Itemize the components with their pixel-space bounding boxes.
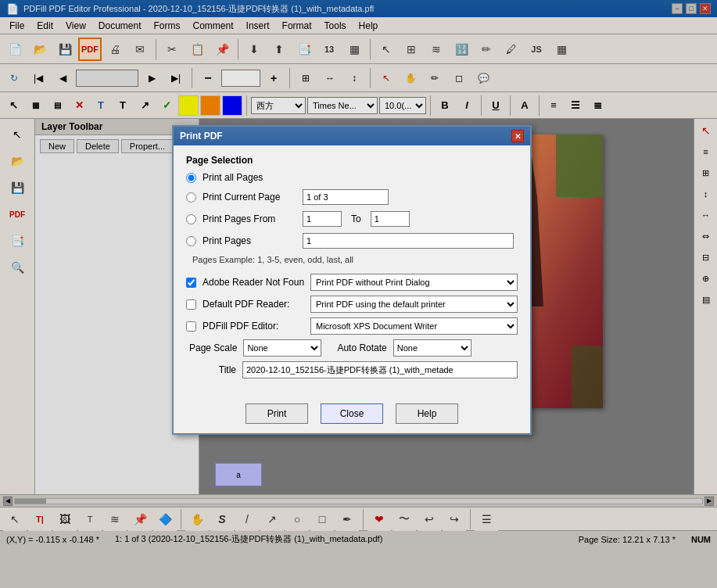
title-label: Title bbox=[189, 364, 236, 375]
print-current-label: Print Current Page bbox=[203, 192, 296, 203]
print-current-row: Print Current Page 1 of 3 bbox=[186, 189, 518, 205]
default-pdf-row: Default PDF Reader: Print PDF using the … bbox=[186, 296, 518, 313]
page-scale-label: Page Scale bbox=[189, 342, 237, 353]
auto-rotate-select[interactable]: None bbox=[393, 339, 471, 357]
scale-row: Page Scale None Auto Rotate None bbox=[186, 339, 518, 357]
default-pdf-label: Default PDF Reader: bbox=[203, 299, 304, 310]
default-pdf-select[interactable]: Print PDF using the default printer bbox=[310, 296, 518, 313]
print-pages-row: Print Pages bbox=[186, 233, 518, 249]
print-all-row: Print all Pages bbox=[186, 172, 518, 183]
adobe-reader-select[interactable]: Print PDF without Print Dialog bbox=[310, 274, 518, 291]
print-all-radio[interactable] bbox=[186, 173, 196, 183]
dialog-buttons: Print Close Help bbox=[174, 397, 530, 433]
print-current-radio[interactable] bbox=[186, 192, 196, 203]
print-all-label: Print all Pages bbox=[203, 172, 296, 183]
pdffill-label: PDFill PDF Editor: bbox=[203, 321, 304, 332]
pages-field[interactable] bbox=[303, 233, 514, 249]
close-button[interactable]: Close bbox=[321, 403, 383, 424]
adobe-reader-row: Adobe Reader Not Foun Print PDF without … bbox=[186, 274, 518, 291]
to-field[interactable] bbox=[371, 211, 410, 227]
print-pages-radio[interactable] bbox=[186, 236, 196, 246]
auto-rotate-label: Auto Rotate bbox=[337, 342, 386, 353]
default-pdf-checkbox[interactable] bbox=[186, 299, 196, 310]
print-pages-label: Print Pages bbox=[203, 235, 296, 246]
pdffill-row: PDFill PDF Editor: Microsoft XPS Documen… bbox=[186, 317, 518, 335]
options-section: Adobe Reader Not Foun Print PDF without … bbox=[186, 274, 518, 378]
page-scale-select[interactable]: None bbox=[243, 339, 321, 357]
print-from-radio[interactable] bbox=[186, 214, 196, 224]
dialog-title: Print PDF bbox=[180, 131, 223, 142]
print-button[interactable]: Print bbox=[246, 403, 308, 424]
print-pdf-dialog: Print PDF ✕ Page Selection Print all Pag… bbox=[172, 125, 532, 435]
print-from-label: Print Pages From bbox=[203, 213, 296, 224]
page-selection-label: Page Selection bbox=[186, 155, 518, 166]
dialog-body: Page Selection Print all Pages Print Cur… bbox=[174, 145, 530, 397]
pages-example: Pages Example: 1, 3-5, even, odd, last, … bbox=[186, 255, 518, 264]
dialog-titlebar: Print PDF ✕ bbox=[174, 127, 530, 145]
pdffill-select[interactable]: Microsoft XPS Document Writer bbox=[310, 317, 518, 335]
print-from-row: Print Pages From To bbox=[186, 211, 518, 227]
dialog-overlay: Print PDF ✕ Page Selection Print all Pag… bbox=[0, 0, 717, 588]
adobe-reader-checkbox[interactable] bbox=[186, 278, 196, 288]
from-field[interactable] bbox=[303, 211, 342, 227]
dialog-close-button[interactable]: ✕ bbox=[511, 130, 524, 142]
title-row: Title bbox=[186, 361, 518, 378]
title-field[interactable] bbox=[242, 361, 518, 378]
adobe-reader-label: Adobe Reader Not Foun bbox=[203, 277, 304, 288]
help-button[interactable]: Help bbox=[396, 403, 458, 424]
current-page-field[interactable]: 1 of 3 bbox=[303, 189, 389, 205]
pdffill-checkbox[interactable] bbox=[186, 321, 196, 332]
to-label: To bbox=[351, 213, 361, 224]
